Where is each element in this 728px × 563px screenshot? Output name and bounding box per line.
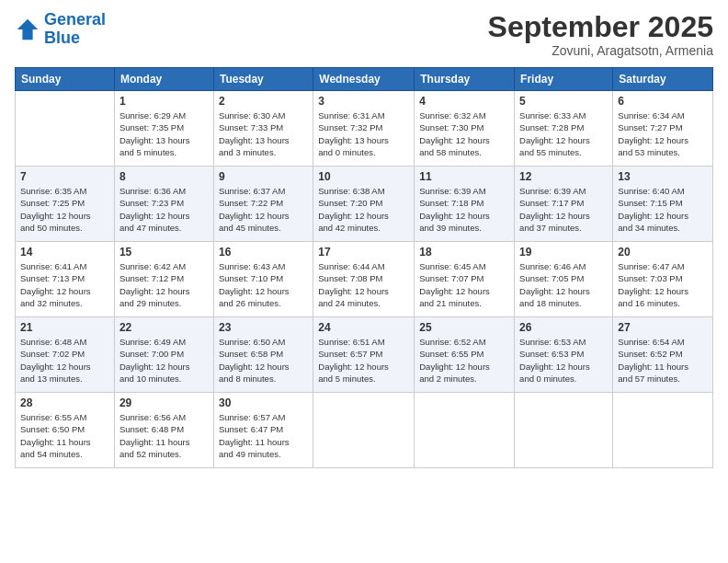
calendar-week-row: 7Sunrise: 6:35 AM Sunset: 7:25 PM Daylig… xyxy=(16,167,713,242)
cell-date: 10 xyxy=(318,170,409,183)
cell-date: 9 xyxy=(219,170,308,183)
cell-info: Sunrise: 6:41 AM Sunset: 7:13 PM Dayligh… xyxy=(20,260,109,309)
cell-date: 20 xyxy=(618,246,708,259)
calendar-week-row: 14Sunrise: 6:41 AM Sunset: 7:13 PM Dayli… xyxy=(16,242,713,317)
calendar-cell: 3Sunrise: 6:31 AM Sunset: 7:32 PM Daylig… xyxy=(313,91,415,167)
calendar-cell: 26Sunrise: 6:53 AM Sunset: 6:53 PM Dayli… xyxy=(515,317,613,393)
calendar-cell: 4Sunrise: 6:32 AM Sunset: 7:30 PM Daylig… xyxy=(415,91,515,167)
cell-date: 17 xyxy=(318,246,409,259)
cell-date: 24 xyxy=(318,321,409,334)
calendar-cell: 9Sunrise: 6:37 AM Sunset: 7:22 PM Daylig… xyxy=(213,167,313,242)
page-container: General Blue September 2025 Zovuni, Arag… xyxy=(0,0,728,476)
cell-info: Sunrise: 6:30 AM Sunset: 7:33 PM Dayligh… xyxy=(219,109,308,158)
calendar-week-row: 1Sunrise: 6:29 AM Sunset: 7:35 PM Daylig… xyxy=(16,91,713,167)
month-title: September 2025 xyxy=(488,11,713,43)
cell-info: Sunrise: 6:29 AM Sunset: 7:35 PM Dayligh… xyxy=(119,109,209,158)
calendar-cell: 24Sunrise: 6:51 AM Sunset: 6:57 PM Dayli… xyxy=(313,317,415,393)
calendar-cell: 11Sunrise: 6:39 AM Sunset: 7:18 PM Dayli… xyxy=(415,167,515,242)
logo-line1: General xyxy=(44,10,106,29)
cell-info: Sunrise: 6:39 AM Sunset: 7:18 PM Dayligh… xyxy=(419,185,509,234)
cell-info: Sunrise: 6:55 AM Sunset: 6:50 PM Dayligh… xyxy=(20,411,109,460)
calendar-cell: 17Sunrise: 6:44 AM Sunset: 7:08 PM Dayli… xyxy=(313,242,415,317)
calendar-cell: 2Sunrise: 6:30 AM Sunset: 7:33 PM Daylig… xyxy=(213,91,313,167)
calendar-cell xyxy=(415,393,515,468)
calendar-cell xyxy=(515,393,613,468)
calendar-cell: 20Sunrise: 6:47 AM Sunset: 7:03 PM Dayli… xyxy=(613,242,713,317)
calendar-cell: 8Sunrise: 6:36 AM Sunset: 7:23 PM Daylig… xyxy=(114,167,213,242)
calendar-cell: 15Sunrise: 6:42 AM Sunset: 7:12 PM Dayli… xyxy=(114,242,213,317)
cell-info: Sunrise: 6:47 AM Sunset: 7:03 PM Dayligh… xyxy=(618,260,708,309)
logo-line2: Blue xyxy=(44,29,80,47)
cell-date: 2 xyxy=(219,95,308,108)
cell-info: Sunrise: 6:33 AM Sunset: 7:28 PM Dayligh… xyxy=(519,109,608,158)
cell-info: Sunrise: 6:43 AM Sunset: 7:10 PM Dayligh… xyxy=(219,260,308,309)
cell-info: Sunrise: 6:50 AM Sunset: 6:58 PM Dayligh… xyxy=(219,336,308,385)
calendar-header-saturday: Saturday xyxy=(613,68,713,91)
calendar-cell: 22Sunrise: 6:49 AM Sunset: 7:00 PM Dayli… xyxy=(114,317,213,393)
cell-date: 14 xyxy=(20,246,109,259)
cell-date: 6 xyxy=(618,95,708,108)
cell-info: Sunrise: 6:52 AM Sunset: 6:55 PM Dayligh… xyxy=(419,336,509,385)
cell-info: Sunrise: 6:45 AM Sunset: 7:07 PM Dayligh… xyxy=(419,260,509,309)
calendar-cell: 12Sunrise: 6:39 AM Sunset: 7:17 PM Dayli… xyxy=(515,167,613,242)
calendar-cell: 25Sunrise: 6:52 AM Sunset: 6:55 PM Dayli… xyxy=(415,317,515,393)
cell-date: 1 xyxy=(119,95,209,108)
calendar-header-tuesday: Tuesday xyxy=(213,68,313,91)
cell-info: Sunrise: 6:37 AM Sunset: 7:22 PM Dayligh… xyxy=(219,185,308,234)
calendar-header-row: SundayMondayTuesdayWednesdayThursdayFrid… xyxy=(16,68,713,91)
cell-date: 21 xyxy=(20,321,109,334)
cell-info: Sunrise: 6:40 AM Sunset: 7:15 PM Dayligh… xyxy=(618,185,708,234)
calendar-cell: 28Sunrise: 6:55 AM Sunset: 6:50 PM Dayli… xyxy=(16,393,115,468)
calendar-header-monday: Monday xyxy=(114,68,213,91)
calendar-cell: 1Sunrise: 6:29 AM Sunset: 7:35 PM Daylig… xyxy=(114,91,213,167)
cell-date: 22 xyxy=(119,321,209,334)
calendar-cell: 16Sunrise: 6:43 AM Sunset: 7:10 PM Dayli… xyxy=(213,242,313,317)
cell-info: Sunrise: 6:35 AM Sunset: 7:25 PM Dayligh… xyxy=(20,185,109,234)
logo-text: General Blue xyxy=(44,11,106,48)
cell-info: Sunrise: 6:31 AM Sunset: 7:32 PM Dayligh… xyxy=(318,109,409,158)
logo: General Blue xyxy=(15,11,106,48)
cell-date: 19 xyxy=(519,246,608,259)
cell-date: 27 xyxy=(618,321,708,334)
svg-marker-0 xyxy=(17,19,38,40)
cell-info: Sunrise: 6:56 AM Sunset: 6:48 PM Dayligh… xyxy=(119,411,209,460)
calendar-week-row: 21Sunrise: 6:48 AM Sunset: 7:02 PM Dayli… xyxy=(16,317,713,393)
cell-info: Sunrise: 6:46 AM Sunset: 7:05 PM Dayligh… xyxy=(519,260,608,309)
cell-date: 4 xyxy=(419,95,509,108)
calendar-cell xyxy=(613,393,713,468)
calendar-cell xyxy=(16,91,115,167)
cell-date: 7 xyxy=(20,170,109,183)
subtitle: Zovuni, Aragatsotn, Armenia xyxy=(488,43,713,58)
cell-info: Sunrise: 6:49 AM Sunset: 7:00 PM Dayligh… xyxy=(119,336,209,385)
calendar-header-friday: Friday xyxy=(515,68,613,91)
header: General Blue September 2025 Zovuni, Arag… xyxy=(15,11,713,58)
calendar-cell: 30Sunrise: 6:57 AM Sunset: 6:47 PM Dayli… xyxy=(213,393,313,468)
cell-info: Sunrise: 6:36 AM Sunset: 7:23 PM Dayligh… xyxy=(119,185,209,234)
logo-icon xyxy=(15,17,40,42)
calendar-cell: 21Sunrise: 6:48 AM Sunset: 7:02 PM Dayli… xyxy=(16,317,115,393)
cell-info: Sunrise: 6:53 AM Sunset: 6:53 PM Dayligh… xyxy=(519,336,608,385)
cell-date: 29 xyxy=(119,396,209,409)
cell-info: Sunrise: 6:48 AM Sunset: 7:02 PM Dayligh… xyxy=(20,336,109,385)
calendar-cell xyxy=(313,393,415,468)
cell-date: 30 xyxy=(219,396,308,409)
calendar-week-row: 28Sunrise: 6:55 AM Sunset: 6:50 PM Dayli… xyxy=(16,393,713,468)
cell-date: 15 xyxy=(119,246,209,259)
cell-date: 26 xyxy=(519,321,608,334)
calendar-cell: 23Sunrise: 6:50 AM Sunset: 6:58 PM Dayli… xyxy=(213,317,313,393)
cell-date: 18 xyxy=(419,246,509,259)
cell-info: Sunrise: 6:39 AM Sunset: 7:17 PM Dayligh… xyxy=(519,185,608,234)
cell-info: Sunrise: 6:54 AM Sunset: 6:52 PM Dayligh… xyxy=(618,336,708,385)
cell-info: Sunrise: 6:51 AM Sunset: 6:57 PM Dayligh… xyxy=(318,336,409,385)
calendar-cell: 19Sunrise: 6:46 AM Sunset: 7:05 PM Dayli… xyxy=(515,242,613,317)
cell-date: 25 xyxy=(419,321,509,334)
cell-info: Sunrise: 6:38 AM Sunset: 7:20 PM Dayligh… xyxy=(318,185,409,234)
cell-info: Sunrise: 6:32 AM Sunset: 7:30 PM Dayligh… xyxy=(419,109,509,158)
cell-date: 3 xyxy=(318,95,409,108)
calendar-header-sunday: Sunday xyxy=(16,68,115,91)
calendar-cell: 29Sunrise: 6:56 AM Sunset: 6:48 PM Dayli… xyxy=(114,393,213,468)
calendar-header-wednesday: Wednesday xyxy=(313,68,415,91)
cell-info: Sunrise: 6:34 AM Sunset: 7:27 PM Dayligh… xyxy=(618,109,708,158)
calendar-cell: 6Sunrise: 6:34 AM Sunset: 7:27 PM Daylig… xyxy=(613,91,713,167)
cell-date: 13 xyxy=(618,170,708,183)
